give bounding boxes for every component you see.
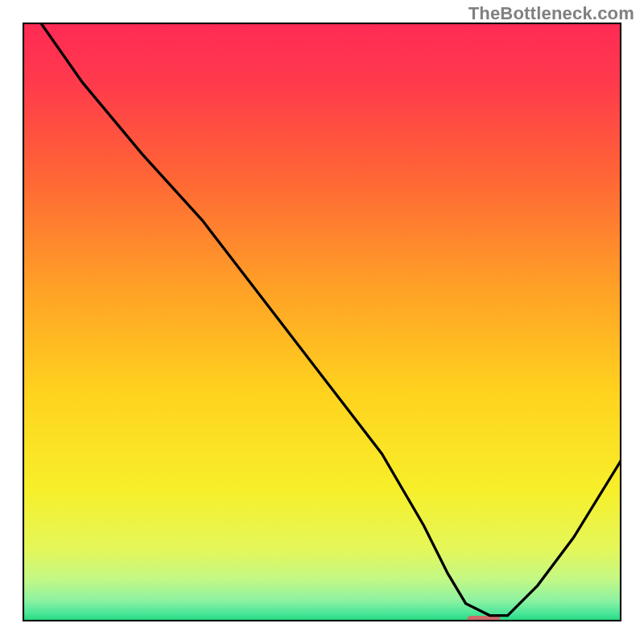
watermark-label: TheBottleneck.com bbox=[469, 3, 634, 24]
gradient-background bbox=[23, 23, 621, 621]
chart-container: TheBottleneck.com bbox=[0, 0, 644, 644]
plot-area bbox=[23, 23, 621, 621]
chart-svg bbox=[23, 23, 621, 621]
